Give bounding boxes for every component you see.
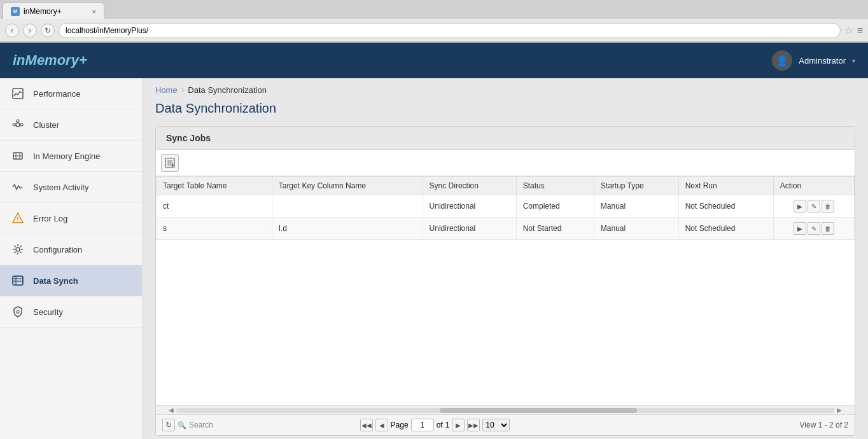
in-memory-engine-icon (10, 148, 25, 164)
delete-button-row2[interactable]: 🗑 (822, 222, 834, 235)
sidebar-item-security[interactable]: Security (0, 296, 142, 328)
main-content: Home › Data Synchronization Data Synchro… (143, 78, 868, 439)
page-number-input[interactable] (411, 419, 434, 431)
sidebar-item-configuration[interactable]: Configuration (0, 234, 142, 265)
avatar-icon: 👤 (776, 55, 788, 67)
browser-menu-button[interactable]: ≡ (857, 25, 863, 36)
scroll-left-arrow[interactable]: ◀ (166, 407, 176, 414)
col-next-run: Next Run (678, 177, 773, 195)
page-first-button[interactable]: ◀◀ (360, 419, 373, 431)
sidebar-item-data-synch[interactable]: Data Synch (0, 265, 142, 296)
scrollbar-thumb[interactable] (440, 408, 637, 413)
cell-startup-type: Manual (594, 218, 678, 240)
svg-point-15 (16, 247, 20, 251)
table-row: s I.d Unidirectional Not Started Manual … (157, 218, 855, 240)
tab-favicon: M (11, 7, 20, 16)
search-label[interactable]: Search (189, 421, 213, 429)
sidebar-item-performance[interactable]: Performance (0, 78, 142, 109)
browser-toolbar: ‹ › ↻ localhost/inMemoryPlus/ ☆ ≡ (0, 19, 868, 42)
svg-point-14 (17, 221, 18, 222)
cell-target-table: ct (157, 195, 272, 218)
sidebar-item-error-log[interactable]: Error Log (0, 203, 142, 234)
cell-action: ▶ ✎ 🗑 (773, 195, 854, 218)
run-button-row2[interactable]: ▶ (794, 222, 806, 235)
delete-button-row1[interactable]: 🗑 (822, 200, 834, 213)
address-text: localhost/inMemoryPlus/ (66, 26, 148, 35)
app-body: Performance Cluster (0, 78, 868, 439)
page-label: Page (391, 421, 409, 429)
edit-button-row2[interactable]: ✎ (808, 222, 820, 235)
reload-button[interactable]: ↻ (41, 24, 55, 38)
cluster-icon (10, 117, 25, 132)
action-buttons-row2: ▶ ✎ 🗑 (780, 222, 848, 235)
browser-tab-active[interactable]: M inMemory+ × (3, 3, 104, 19)
user-avatar: 👤 (772, 50, 792, 71)
svg-rect-16 (13, 276, 23, 285)
card-header: Sync Jobs (156, 127, 855, 150)
run-button-row1[interactable]: ▶ (794, 200, 806, 213)
search-container[interactable]: 🔍 Search (178, 421, 213, 429)
performance-icon (10, 86, 25, 101)
col-sync-direction: Sync Direction (423, 177, 516, 195)
tab-close-button[interactable]: × (92, 8, 96, 15)
breadcrumb: Home › Data Synchronization (143, 78, 868, 101)
sidebar-label-in-memory-engine: In Memory Engine (33, 151, 101, 161)
cell-status: Not Started (516, 218, 594, 240)
scrollbar-track[interactable] (176, 408, 834, 413)
scrollbar-area[interactable]: ◀ ▶ (156, 405, 855, 414)
refresh-button[interactable]: ↻ (162, 419, 175, 431)
col-startup-type: Startup Type (594, 177, 678, 195)
cell-startup-type: Manual (594, 195, 678, 218)
cell-action: ▶ ✎ 🗑 (773, 218, 854, 240)
forward-button[interactable]: › (23, 24, 37, 38)
breadcrumb-current: Data Synchronization (188, 85, 267, 95)
address-bar[interactable]: localhost/inMemoryPlus/ (59, 23, 841, 38)
sidebar-item-in-memory-engine[interactable]: In Memory Engine (0, 141, 142, 172)
tab-title: inMemory+ (24, 7, 62, 16)
cell-sync-direction: Unidirectional (423, 195, 516, 218)
edit-button-row1[interactable]: ✎ (808, 200, 820, 213)
sidebar-item-cluster[interactable]: Cluster (0, 109, 142, 141)
page-size-select[interactable]: 10 25 50 100 (482, 419, 510, 431)
breadcrumb-home[interactable]: Home (155, 85, 178, 95)
app-logo: inMemory+ (13, 52, 87, 69)
pagination-left: ↻ 🔍 Search (162, 419, 213, 431)
security-icon (10, 304, 25, 319)
system-activity-icon (10, 179, 25, 195)
search-icon: 🔍 (178, 421, 186, 429)
col-action: Action (773, 177, 854, 195)
app-header: inMemory+ 👤 Adminstrator ▾ (0, 43, 868, 78)
sidebar-label-data-synch: Data Synch (33, 276, 78, 286)
page-content: Data Synchronization Sync Jobs (143, 101, 868, 439)
cell-target-key (272, 195, 423, 218)
user-dropdown-button[interactable]: ▾ (852, 57, 855, 64)
back-button[interactable]: ‹ (5, 24, 19, 38)
page-prev-button[interactable]: ◀ (375, 419, 388, 431)
sidebar-label-cluster: Cluster (33, 120, 59, 130)
sidebar-label-performance: Performance (33, 89, 80, 99)
browser-chrome: M inMemory+ × ‹ › ↻ localhost/inMemoryPl… (0, 0, 868, 43)
sidebar-label-error-log: Error Log (33, 214, 67, 223)
app-container: inMemory+ 👤 Adminstrator ▾ Performance (0, 43, 868, 439)
cell-status: Completed (516, 195, 594, 218)
page-last-button[interactable]: ▶▶ (467, 419, 480, 431)
table-toolbar (156, 150, 855, 176)
sync-jobs-card: Sync Jobs (155, 126, 855, 436)
configuration-icon (10, 242, 25, 257)
page-next-button[interactable]: ▶ (452, 419, 465, 431)
sidebar-label-security: Security (33, 307, 63, 317)
add-sync-job-button[interactable] (161, 154, 179, 172)
user-name: Adminstrator (799, 56, 846, 66)
action-buttons-row1: ▶ ✎ 🗑 (780, 200, 848, 213)
sidebar-label-configuration: Configuration (33, 245, 82, 254)
table-header-row: Target Table Name Target Key Column Name… (157, 177, 855, 195)
browser-tabs: M inMemory+ × (0, 0, 868, 19)
col-target-key: Target Key Column Name (272, 177, 423, 195)
sidebar-item-system-activity[interactable]: System Activity (0, 172, 142, 203)
cell-sync-direction: Unidirectional (423, 218, 516, 240)
total-pages: 1 (445, 421, 450, 429)
col-status: Status (516, 177, 594, 195)
scroll-right-arrow[interactable]: ▶ (834, 407, 844, 414)
bookmark-button[interactable]: ☆ (844, 24, 853, 36)
svg-point-1 (16, 123, 20, 127)
